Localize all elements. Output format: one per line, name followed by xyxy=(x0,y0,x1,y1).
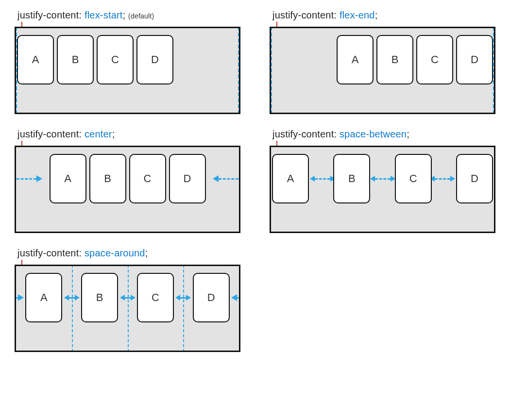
flex-item: A xyxy=(337,35,374,84)
property-name: justify-content xyxy=(272,10,334,20)
flex-item: A xyxy=(272,154,309,203)
flex-item: A xyxy=(17,35,54,84)
flex-item: D xyxy=(193,273,230,322)
example-flex-end: justify-content: flex-end; A B C D xyxy=(270,10,495,114)
caption-tick xyxy=(21,260,22,265)
property-note: (default) xyxy=(128,12,154,20)
around-arrow xyxy=(15,294,24,301)
gap-arrow xyxy=(175,295,191,301)
flex-item: B xyxy=(333,154,370,203)
gap-arrow xyxy=(120,295,136,301)
caption-tick xyxy=(276,141,277,146)
example-space-around: justify-content: space-around; A B C D xyxy=(15,248,240,352)
push-arrow-left xyxy=(15,175,42,182)
caption-tick xyxy=(21,22,22,27)
item-row: A B C D xyxy=(271,154,494,203)
caption: justify-content: flex-start; (default) xyxy=(17,10,240,21)
property-value: center xyxy=(85,129,112,139)
around-arrow xyxy=(231,294,240,301)
caption-tick xyxy=(276,22,277,27)
property-value: space-around xyxy=(85,248,145,258)
diagram-grid: justify-content: flex-start; (default) A… xyxy=(15,10,495,352)
property-value: space-between xyxy=(340,129,407,139)
item-row: A B C D xyxy=(16,35,239,84)
flex-item: D xyxy=(456,35,493,84)
caption: justify-content: center; xyxy=(17,129,240,140)
example-flex-start: justify-content: flex-start; (default) A… xyxy=(15,10,240,114)
flex-item: C xyxy=(97,35,134,84)
flex-item: A xyxy=(25,273,62,322)
property-name: justify-content xyxy=(17,129,79,139)
flex-item: C xyxy=(129,154,166,203)
flex-container: A B C D xyxy=(15,27,240,114)
gap-arrow xyxy=(430,176,455,182)
gap-arrow xyxy=(64,295,80,301)
edge-marker-end xyxy=(493,27,495,114)
gap-divider xyxy=(128,265,129,352)
push-arrow-right xyxy=(213,175,240,182)
flex-container: A B C D xyxy=(270,27,495,114)
property-value: flex-start xyxy=(85,10,123,20)
edge-marker-start xyxy=(270,27,272,114)
flex-item: C xyxy=(137,273,174,322)
item-row: A B C D xyxy=(271,35,494,84)
gap-arrow xyxy=(310,176,335,182)
caption-tick xyxy=(21,141,22,146)
example-center: justify-content: center; A B C D xyxy=(15,129,240,233)
flex-item: B xyxy=(57,35,94,84)
flex-item: D xyxy=(456,154,493,203)
flex-item: C xyxy=(416,35,453,84)
flex-container: A B C D xyxy=(15,146,240,233)
flex-item: D xyxy=(136,35,173,84)
gap-divider xyxy=(72,265,73,352)
flex-item: D xyxy=(169,154,206,203)
gap-divider xyxy=(183,265,184,352)
property-name: justify-content xyxy=(272,129,334,139)
flex-item: B xyxy=(89,154,126,203)
edge-marker-end xyxy=(238,27,240,114)
flex-item: C xyxy=(395,154,432,203)
example-space-between: justify-content: space-between; A B C D xyxy=(270,129,495,233)
flex-container: A B C D xyxy=(270,146,495,233)
flex-item: B xyxy=(81,273,118,322)
property-name: justify-content xyxy=(17,10,79,20)
caption: justify-content: flex-end; xyxy=(272,10,495,21)
flex-container: A B C D xyxy=(15,265,240,352)
caption: justify-content: space-between; xyxy=(272,129,495,140)
edge-marker-start xyxy=(15,27,17,114)
property-name: justify-content xyxy=(17,248,79,258)
flex-item: A xyxy=(50,154,86,203)
item-row: A B C D xyxy=(16,154,239,203)
flex-item: B xyxy=(376,35,413,84)
caption: justify-content: space-around; xyxy=(17,248,240,259)
gap-arrow xyxy=(370,176,395,182)
property-value: flex-end xyxy=(340,10,375,20)
